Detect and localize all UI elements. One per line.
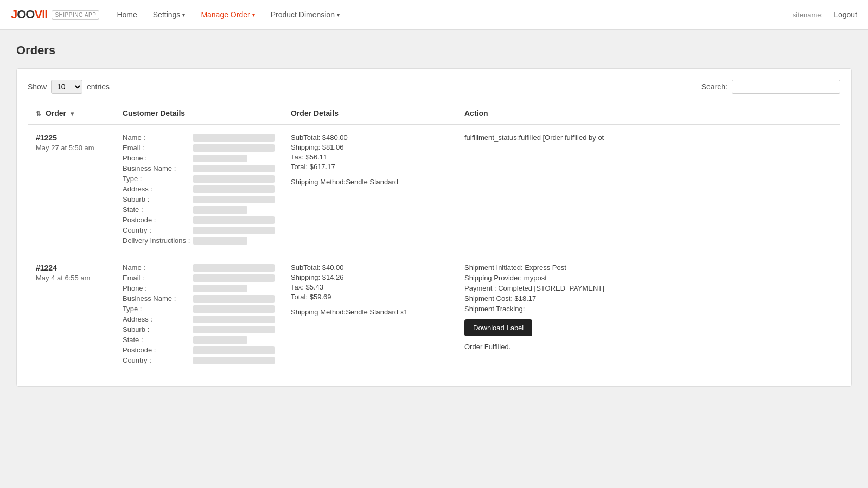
field-label-delivery: Delivery Instructions :: [123, 236, 193, 245]
customer-field-biz: Business Name :: [123, 294, 275, 303]
logo-oo: OO: [17, 8, 34, 21]
nav-product-dimension-label: Product Dimension: [271, 10, 335, 19]
field-label-postcode: Postcode :: [123, 346, 193, 354]
field-value-suburb: [193, 326, 275, 333]
show-label: Show: [28, 82, 47, 91]
field-value-country: [193, 227, 275, 234]
shipping-1224: Shipping: $14.26: [291, 273, 448, 281]
field-value-email: [193, 274, 275, 282]
field-label-email: Email :: [123, 144, 193, 152]
field-value-state: [193, 336, 247, 344]
entries-select[interactable]: 10 25 50 100: [51, 80, 82, 94]
tax-1224: Tax: $5.43: [291, 283, 448, 291]
col-header-action: Action: [456, 102, 840, 125]
brand-tag: SHIPPING APP: [52, 10, 99, 20]
action-1225: fulfillment_status:fulfilled [Order fulf…: [456, 125, 840, 255]
field-value-address: [193, 316, 275, 323]
search-input[interactable]: [732, 80, 840, 94]
field-label-address: Address :: [123, 185, 193, 193]
subtotal-1225: SubTotal: $480.00: [291, 133, 448, 142]
field-label-name: Name :: [123, 264, 193, 272]
nav-right: sitename: Logout: [793, 10, 857, 19]
customer-field-name: Name :: [123, 133, 275, 142]
shipment-initiated: Shipment Initiated: Express Post: [464, 264, 832, 272]
field-value-suburb: [193, 196, 275, 203]
shipping-provider: Shipping Provider: mypost: [464, 274, 832, 282]
tax-1225: Tax: $56.11: [291, 153, 448, 161]
orders-table: ⇅ Order ▾ Customer Details Order Details…: [28, 102, 840, 375]
show-entries-control: Show 10 25 50 100 entries: [28, 80, 110, 94]
field-value-state: [193, 206, 247, 214]
page-content: Orders Show 10 25 50 100 entries Search:: [0, 30, 868, 400]
customer-field-address: Address :: [123, 315, 275, 323]
table-controls: Show 10 25 50 100 entries Search:: [28, 80, 840, 94]
download-label-button[interactable]: Download Label: [464, 319, 532, 336]
field-value-biz: [193, 165, 275, 172]
search-box: Search:: [701, 80, 840, 94]
customer-field-phone: Phone :: [123, 284, 275, 292]
field-value-type: [193, 175, 275, 183]
table-row: #1225 May 27 at 5:50 am Name : Email :: [28, 125, 840, 255]
field-label-biz: Business Name :: [123, 294, 193, 303]
field-label-suburb: Suburb :: [123, 195, 193, 203]
nav-manage-order[interactable]: Manage Order ▾: [194, 6, 261, 23]
field-label-phone: Phone :: [123, 284, 193, 292]
nav-settings[interactable]: Settings ▾: [146, 6, 192, 23]
logout-link[interactable]: Logout: [834, 10, 857, 19]
shipping-1225: Shipping: $81.06: [291, 143, 448, 151]
col-header-order-details: Order Details: [283, 102, 456, 125]
order-details-1224: SubTotal: $40.00 Shipping: $14.26 Tax: $…: [283, 255, 456, 375]
field-label-suburb: Suburb :: [123, 325, 193, 333]
shipment-tracking: Shipment Tracking:: [464, 305, 832, 313]
order-date: May 4 at 6:55 am: [36, 274, 106, 282]
shipping-method-1225: Shipping Method:Sendle Standard: [291, 178, 448, 186]
field-value-postcode: [193, 216, 275, 224]
settings-caret-icon: ▾: [182, 12, 185, 18]
nav-settings-label: Settings: [153, 10, 181, 19]
customer-field-type: Type :: [123, 175, 275, 183]
nav-product-dimension[interactable]: Product Dimension ▾: [264, 6, 346, 23]
shipping-method-1224: Shipping Method:Sendle Standard x1: [291, 308, 448, 316]
action-1224: Shipment Initiated: Express Post Shippin…: [456, 255, 840, 375]
field-value-postcode: [193, 346, 275, 354]
payment-status: Payment : Completed [STORED_PAYMENT]: [464, 284, 832, 292]
customer-field-state: State :: [123, 336, 275, 344]
customer-field-name: Name :: [123, 264, 275, 272]
col-header-customer: Customer Details: [114, 102, 283, 125]
field-label-address: Address :: [123, 315, 193, 323]
order-id: #1225: [36, 133, 106, 142]
customer-field-address: Address :: [123, 185, 275, 193]
manage-order-caret-icon: ▾: [252, 12, 255, 18]
field-label-type: Type :: [123, 305, 193, 313]
order-fulfilled-text: Order Fulfilled.: [464, 343, 832, 351]
product-dimension-caret-icon: ▾: [337, 12, 340, 18]
customer-field-country: Country :: [123, 226, 275, 234]
col-header-order[interactable]: ⇅ Order ▾: [28, 102, 114, 125]
nav-home[interactable]: Home: [110, 6, 143, 23]
field-label-country: Country :: [123, 226, 193, 234]
search-label: Search:: [701, 82, 727, 91]
field-value-delivery: [193, 237, 247, 245]
field-value-name: [193, 134, 275, 142]
order-cell-1224: #1224 May 4 at 6:55 am: [28, 255, 114, 375]
customer-field-postcode: Postcode :: [123, 346, 275, 354]
field-label-name: Name :: [123, 133, 193, 142]
customer-field-suburb: Suburb :: [123, 325, 275, 333]
field-label-biz: Business Name :: [123, 164, 193, 172]
field-value-biz: [193, 295, 275, 303]
customer-details-1225: Name : Email : Phone : Business Nam: [114, 125, 283, 255]
order-id: #1224: [36, 264, 106, 272]
brand-logo: JOOVII: [11, 8, 47, 22]
page-title: Orders: [16, 43, 852, 57]
order-details-1225: SubTotal: $480.00 Shipping: $81.06 Tax: …: [283, 125, 456, 255]
field-value-phone: [193, 155, 247, 162]
col-order-label: Order: [46, 109, 66, 118]
shipment-cost: Shipment Cost: $18.17: [464, 294, 832, 303]
logo-vii: VII: [34, 8, 47, 21]
field-value-type: [193, 305, 275, 313]
field-value-phone: [193, 285, 247, 292]
fulfillment-status-1225: fulfillment_status:fulfilled [Order fulf…: [464, 133, 832, 142]
field-value-address: [193, 185, 275, 193]
field-label-phone: Phone :: [123, 154, 193, 162]
field-label-state: State :: [123, 206, 193, 214]
